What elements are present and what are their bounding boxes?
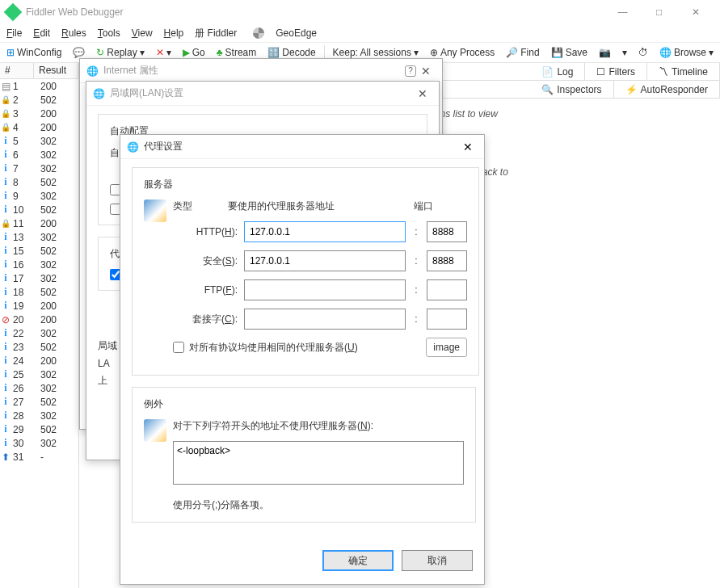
session-result: 302 bbox=[34, 163, 78, 174]
session-row[interactable]: 10502 bbox=[0, 203, 78, 216]
session-icon bbox=[0, 437, 11, 449]
image-button[interactable]: image bbox=[426, 338, 467, 357]
help-button[interactable]: ? bbox=[405, 65, 416, 77]
session-num: 17 bbox=[11, 273, 34, 284]
lan-close[interactable]: ✕ bbox=[413, 87, 432, 100]
session-num: 30 bbox=[11, 438, 34, 449]
session-row[interactable]: 22302 bbox=[0, 326, 78, 340]
menu-file[interactable]: File bbox=[6, 27, 22, 39]
same-proxy-label: 对所有协议均使用相同的代理服务器(U) bbox=[189, 341, 358, 355]
session-result: 502 bbox=[34, 424, 78, 435]
session-row[interactable]: 3200 bbox=[0, 107, 78, 120]
session-result: 302 bbox=[34, 383, 78, 394]
socks-port-input[interactable] bbox=[427, 309, 467, 330]
session-row[interactable]: 17302 bbox=[0, 271, 78, 285]
dropdown-button[interactable]: ▾ bbox=[619, 45, 630, 60]
socks-addr-input[interactable] bbox=[244, 309, 406, 330]
winconfig-button[interactable]: ⊞WinConfig bbox=[3, 45, 65, 60]
session-icon bbox=[0, 95, 11, 104]
session-row[interactable]: 24200 bbox=[0, 354, 78, 368]
session-result: 502 bbox=[34, 94, 78, 106]
session-row[interactable]: 15502 bbox=[0, 244, 78, 258]
menu-view[interactable]: View bbox=[132, 27, 153, 39]
sessions-panel: # Result 1200250232004200530263027302850… bbox=[0, 63, 79, 588]
session-num: 29 bbox=[11, 424, 34, 435]
same-proxy-checkbox[interactable] bbox=[173, 342, 184, 353]
ftp-addr-input[interactable] bbox=[244, 279, 406, 300]
browse-button[interactable]: 🌐Browse▾ bbox=[656, 45, 717, 60]
col-num[interactable]: # bbox=[0, 63, 34, 78]
tab-log[interactable]: 📄Log bbox=[530, 63, 585, 80]
session-num: 1 bbox=[11, 81, 34, 92]
session-row[interactable]: 8502 bbox=[0, 175, 78, 189]
secure-label: 安全(S): bbox=[173, 254, 238, 268]
session-row[interactable]: 29502 bbox=[0, 422, 78, 436]
session-result: 200 bbox=[34, 122, 78, 133]
tab-filters[interactable]: ☐Filters bbox=[585, 63, 647, 80]
maximize-button[interactable]: □ bbox=[641, 0, 677, 24]
session-row[interactable]: 16302 bbox=[0, 258, 78, 271]
session-row[interactable]: 23502 bbox=[0, 340, 78, 354]
cancel-button[interactable]: 取消 bbox=[402, 550, 473, 571]
session-row[interactable]: 28302 bbox=[0, 409, 78, 422]
menu-geoedge[interactable]: GeoEdge bbox=[276, 27, 317, 39]
session-row[interactable]: 13302 bbox=[0, 230, 78, 244]
session-row[interactable]: 30302 bbox=[0, 436, 78, 450]
session-icon bbox=[0, 410, 11, 422]
internet-close[interactable]: ✕ bbox=[416, 65, 436, 78]
session-num: 5 bbox=[11, 136, 34, 147]
session-icon bbox=[0, 204, 11, 216]
session-row[interactable]: 2502 bbox=[0, 93, 78, 107]
tab-inspectors[interactable]: 🔍Inspectors bbox=[530, 81, 613, 98]
session-row[interactable]: 20200 bbox=[0, 313, 78, 326]
session-row[interactable]: 4200 bbox=[0, 120, 78, 134]
menu-rules[interactable]: Rules bbox=[61, 27, 86, 39]
session-result: 200 bbox=[34, 108, 78, 120]
session-row[interactable]: 26302 bbox=[0, 381, 78, 395]
col-port: 端口 bbox=[414, 200, 433, 213]
session-icon bbox=[0, 423, 11, 435]
session-result: 302 bbox=[34, 136, 78, 147]
session-row[interactable]: 27502 bbox=[0, 395, 78, 409]
http-addr-input[interactable] bbox=[244, 221, 406, 242]
http-label: HTTP(H): bbox=[173, 226, 238, 237]
http-port-input[interactable] bbox=[427, 221, 467, 242]
session-row[interactable]: 31- bbox=[0, 450, 78, 464]
menu-fiddler[interactable]: 册 Fiddler bbox=[195, 27, 237, 40]
timer-button[interactable]: ⏱ bbox=[635, 45, 651, 60]
session-row[interactable]: 1200 bbox=[0, 79, 78, 93]
camera-button[interactable]: 📷 bbox=[596, 45, 614, 60]
secure-addr-input[interactable] bbox=[244, 250, 406, 271]
session-row[interactable]: 19200 bbox=[0, 299, 78, 313]
session-row[interactable]: 5302 bbox=[0, 134, 78, 148]
tab-autoresponder[interactable]: ⚡AutoResponder bbox=[614, 81, 720, 98]
exceptions-textarea[interactable]: <-loopback> bbox=[173, 441, 464, 485]
secure-port-input[interactable] bbox=[427, 250, 467, 271]
close-button[interactable]: ✕ bbox=[677, 0, 714, 24]
menu-help[interactable]: Help bbox=[164, 27, 184, 39]
ftp-label: FTP(F): bbox=[173, 284, 238, 296]
menu-tools[interactable]: Tools bbox=[98, 27, 120, 39]
session-result: 200 bbox=[34, 300, 78, 312]
session-row[interactable]: 18502 bbox=[0, 285, 78, 299]
session-row[interactable]: 6302 bbox=[0, 148, 78, 162]
window-title: Fiddler Web Debugger bbox=[26, 6, 604, 18]
ftp-port-input[interactable] bbox=[427, 279, 467, 300]
save-button[interactable]: 💾Save bbox=[548, 45, 591, 60]
session-row[interactable]: 7302 bbox=[0, 162, 78, 175]
ok-button[interactable]: 确定 bbox=[322, 550, 394, 571]
session-icon bbox=[0, 300, 11, 312]
session-num: 13 bbox=[11, 232, 34, 243]
session-row[interactable]: 11200 bbox=[0, 216, 78, 230]
proxy-close[interactable]: ✕ bbox=[458, 141, 478, 153]
col-result[interactable]: Result bbox=[34, 63, 78, 78]
session-row[interactable]: 25302 bbox=[0, 368, 78, 381]
proxy-icon: 🌐 bbox=[127, 141, 139, 153]
tab-timeline[interactable]: 〽Timeline bbox=[647, 63, 720, 80]
internet-title: Internet 属性 bbox=[103, 64, 405, 78]
session-icon bbox=[0, 258, 11, 271]
menu-edit[interactable]: Edit bbox=[33, 27, 50, 39]
find-button[interactable]: 🔎Find bbox=[503, 45, 542, 60]
session-row[interactable]: 9302 bbox=[0, 189, 78, 203]
minimize-button[interactable]: — bbox=[604, 0, 641, 24]
